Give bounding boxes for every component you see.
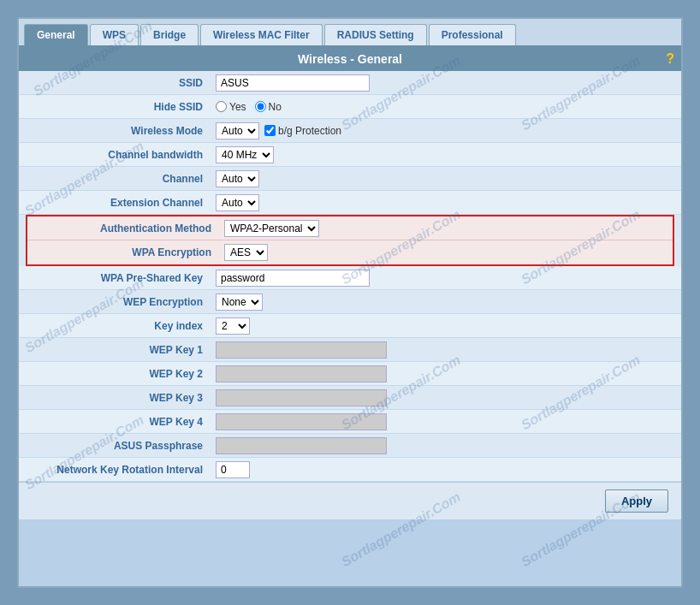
form-scroll: SSID Hide SSID Yes No [19,71,681,519]
wpa-psk-input[interactable] [216,270,370,287]
ssid-row: SSID [19,71,681,95]
asus-passphrase-control [216,437,673,454]
wireless-mode-label: Wireless Mode [27,125,216,137]
bg-protection-checkbox[interactable] [264,125,276,136]
network-key-control [216,461,673,478]
wep-key3-row: WEP Key 3 [19,386,681,410]
wep-key2-label: WEP Key 2 [27,368,216,380]
extension-channel-control: Auto [216,194,673,211]
ssid-label: SSID [27,77,216,89]
help-icon[interactable]: ? [666,51,674,67]
bg-protection-label[interactable]: b/g Protection [264,125,341,137]
wep-key1-control [216,341,673,359]
apply-button[interactable]: Apply [605,489,668,513]
wep-key2-row: WEP Key 2 [19,362,681,386]
ssid-control [216,74,673,92]
channel-control: Auto [216,170,673,187]
network-key-input[interactable] [216,461,250,478]
page-title: Wireless - General [298,52,402,66]
highlight-section: Authentication Method WPA2-Personal WPA … [26,215,674,266]
wpa-encryption-control: AES [224,244,664,261]
key-index-row: Key index 2 [19,314,681,338]
channel-bandwidth-select[interactable]: 40 MHz [216,146,274,163]
tab-radius-setting[interactable]: RADIUS Setting [324,24,427,45]
wep-key3-input[interactable] [216,389,387,406]
key-index-select[interactable]: 2 [216,317,250,335]
wpa-encryption-row: WPA Encryption AES [27,240,673,264]
channel-row: Channel Auto [19,167,681,191]
main-container: General WPS Bridge Wireless MAC Filter R… [17,17,683,588]
hide-ssid-no-radio[interactable] [255,101,266,112]
wep-encryption-control: None [216,294,673,311]
hide-ssid-row: Hide SSID Yes No [19,95,681,119]
extension-channel-row: Extension Channel Auto [19,191,681,215]
tab-professional[interactable]: Professional [429,24,516,45]
ssid-input[interactable] [216,74,370,92]
wep-key4-label: WEP Key 4 [27,416,216,428]
channel-bandwidth-label: Channel bandwidth [27,149,216,161]
wireless-mode-row: Wireless Mode Auto b/g Protection [19,119,681,143]
hide-ssid-yes-label[interactable]: Yes [216,101,246,113]
wpa-encryption-select[interactable]: AES [224,244,268,261]
hide-ssid-control: Yes No [216,101,673,113]
network-key-row: Network Key Rotation Interval [19,458,681,482]
wep-key1-input[interactable] [216,341,387,359]
tab-bar: General WPS Bridge Wireless MAC Filter R… [19,19,681,47]
page-title-bar: Wireless - General ? [19,47,681,71]
wep-key1-row: WEP Key 1 [19,338,681,362]
asus-passphrase-row: ASUS Passphrase [19,434,681,458]
wep-encryption-row: WEP Encryption None [19,290,681,314]
channel-label: Channel [27,173,216,185]
auth-method-label: Authentication Method [36,222,224,234]
asus-passphrase-label: ASUS Passphrase [27,440,216,452]
extension-channel-select[interactable]: Auto [216,194,259,211]
channel-bandwidth-control: 40 MHz [216,146,673,163]
auth-method-row: Authentication Method WPA2-Personal [27,216,673,240]
asus-passphrase-input[interactable] [216,437,387,454]
wpa-psk-label: WPA Pre-Shared Key [27,272,216,284]
wep-key2-control [216,365,673,383]
wireless-mode-select[interactable]: Auto [216,122,259,139]
content-area: Wireless - General ? SSID Hide SSID Yes [19,47,681,519]
wep-key2-input[interactable] [216,365,387,383]
wireless-mode-control: Auto b/g Protection [216,122,673,139]
auth-method-select[interactable]: WPA2-Personal [224,220,319,237]
extension-channel-label: Extension Channel [27,197,216,209]
wep-key4-control [216,413,673,430]
button-bar: Apply [19,482,681,519]
wep-encryption-label: WEP Encryption [27,296,216,308]
hide-ssid-label: Hide SSID [27,101,216,113]
wep-key3-control [216,389,673,406]
wpa-encryption-label: WPA Encryption [36,246,224,258]
tab-wireless-mac-filter[interactable]: Wireless MAC Filter [200,24,323,45]
key-index-control: 2 [216,317,673,335]
network-key-label: Network Key Rotation Interval [27,464,216,476]
tab-general[interactable]: General [24,24,88,45]
hide-ssid-no-label[interactable]: No [255,101,282,113]
wep-key4-row: WEP Key 4 [19,410,681,434]
wpa-psk-control [216,270,673,287]
auth-method-control: WPA2-Personal [224,220,664,237]
tab-wps[interactable]: WPS [90,24,139,45]
hide-ssid-yes-radio[interactable] [216,101,227,112]
wpa-psk-row: WPA Pre-Shared Key [19,266,681,290]
wep-key1-label: WEP Key 1 [27,344,216,356]
wep-key3-label: WEP Key 3 [27,392,216,404]
channel-bandwidth-row: Channel bandwidth 40 MHz [19,143,681,167]
wep-key4-input[interactable] [216,413,387,430]
tab-bridge[interactable]: Bridge [140,24,199,45]
wep-encryption-select[interactable]: None [216,294,263,311]
key-index-label: Key index [27,320,216,332]
channel-select[interactable]: Auto [216,170,259,187]
